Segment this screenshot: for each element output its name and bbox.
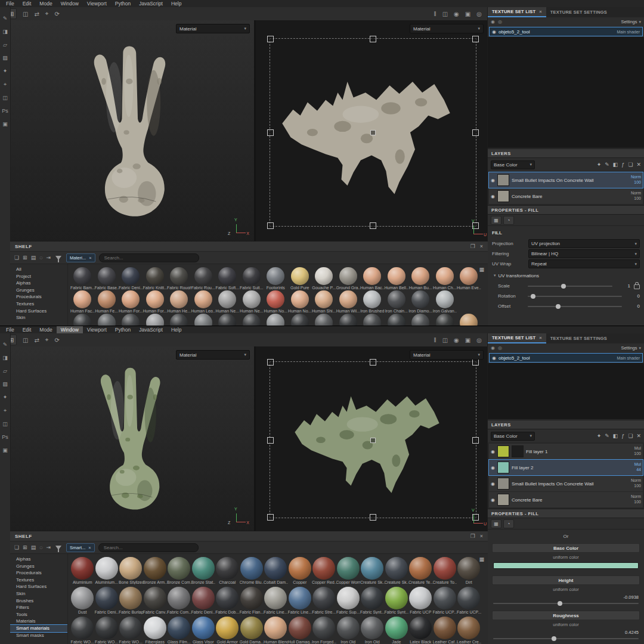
delete-layer-icon[interactable]: ✕ xyxy=(636,162,641,168)
material-item[interactable]: Glass Visor xyxy=(191,615,216,644)
material-sphere[interactable] xyxy=(122,290,140,308)
undock-icon[interactable]: ❐ xyxy=(470,533,475,539)
material-item[interactable] xyxy=(215,312,240,326)
fill-layer-icon[interactable]: ◧ xyxy=(613,433,618,439)
material-sphere[interactable] xyxy=(170,267,188,285)
focus-icon[interactable]: ⌖ xyxy=(45,10,49,17)
panel-tab[interactable]: TEXTURE SET LIST × xyxy=(488,333,546,343)
material-sphere[interactable] xyxy=(312,587,335,609)
material-sphere[interactable] xyxy=(170,314,188,326)
transform-handle[interactable] xyxy=(267,514,274,521)
material-mode-dropdown[interactable]: Material▾ xyxy=(176,24,250,33)
layer-visibility-icon[interactable]: ◉ xyxy=(491,481,495,487)
paint-brush-tool-icon[interactable]: ✎ xyxy=(3,342,8,348)
shelf-category[interactable]: Smart masks xyxy=(10,632,67,639)
panel-tab[interactable]: TEXTURE SET SETTINGS xyxy=(546,7,611,17)
layer-thumbnail[interactable] xyxy=(497,190,509,202)
channel-filter-dropdown[interactable]: Base Color▾ xyxy=(491,432,535,441)
material-item[interactable]: Fabric Synt... xyxy=(360,586,385,615)
material-item[interactable]: Fabric Knitt... xyxy=(143,266,168,289)
material-item[interactable]: Fabric Deni... xyxy=(95,586,119,615)
material-sphere[interactable] xyxy=(71,557,94,580)
layer-visibility-icon[interactable]: ◉ xyxy=(491,178,495,183)
projection-tool-icon[interactable]: ▱ xyxy=(3,368,7,374)
slider-knob[interactable] xyxy=(556,304,561,309)
material-sphere[interactable] xyxy=(71,587,94,609)
material-sphere[interactable] xyxy=(240,557,263,580)
shelf-category[interactable]: Textures xyxy=(10,577,67,584)
polygon-fill-tool-icon[interactable]: ▨ xyxy=(2,381,8,387)
add-folder-icon[interactable]: ❏ xyxy=(628,433,633,439)
material-sphere[interactable] xyxy=(289,557,311,580)
material-item[interactable]: Fabric Deni... xyxy=(119,266,143,289)
material-item[interactable] xyxy=(191,312,216,326)
material-sphere[interactable] xyxy=(119,587,142,609)
material-sphere[interactable] xyxy=(411,290,429,308)
import-resources-icon[interactable]: ⇥ xyxy=(47,255,51,261)
material-sphere[interactable] xyxy=(337,587,360,609)
material-sphere[interactable] xyxy=(361,557,383,580)
transform-handle[interactable] xyxy=(267,359,274,366)
split-layout-icon[interactable]: ◫ xyxy=(23,11,28,17)
material-sphere[interactable] xyxy=(436,314,454,326)
material-sphere[interactable] xyxy=(363,290,381,308)
material-sphere[interactable] xyxy=(457,617,480,639)
material-sphere[interactable] xyxy=(434,557,456,580)
polygon-fill-tool-icon[interactable]: ▨ xyxy=(2,55,8,61)
material-sphere[interactable] xyxy=(216,587,239,609)
material-sphere[interactable] xyxy=(409,557,432,580)
material-item[interactable]: Fabric Suit... xyxy=(240,266,264,289)
smudge-tool-icon[interactable]: ◫ xyxy=(2,95,8,101)
material-sphere[interactable] xyxy=(168,617,190,639)
material-item[interactable]: Human Bu... xyxy=(408,266,433,289)
material-item[interactable]: Latex Black xyxy=(408,615,433,644)
material-sphere[interactable] xyxy=(291,314,309,326)
material-item[interactable] xyxy=(95,312,119,326)
layer-visibility-icon[interactable]: ◉ xyxy=(491,465,495,470)
layer-visibility-icon[interactable]: ◉ xyxy=(491,194,495,199)
camera-icon[interactable]: ◎ xyxy=(476,11,482,17)
viewport-3d[interactable]: Material▾ YZX xyxy=(11,20,254,242)
particles-tool-icon[interactable]: ✦ xyxy=(3,68,8,74)
channel-header[interactable]: Height xyxy=(492,575,640,585)
pause-engine-icon[interactable]: ‖ xyxy=(434,11,436,17)
material-sphere-icon[interactable]: ◉ xyxy=(454,11,459,17)
material-item[interactable]: Ground Gra... xyxy=(336,266,361,289)
filter-icon[interactable] xyxy=(55,546,61,550)
close-shelf-icon[interactable]: × xyxy=(480,533,483,539)
transform-handle[interactable] xyxy=(267,222,274,229)
visibility-icon[interactable]: ◉ xyxy=(491,19,495,24)
menu-item[interactable]: Python xyxy=(111,0,135,7)
camera-icon[interactable]: ◎ xyxy=(476,337,482,343)
list-view-icon[interactable]: ▤ xyxy=(31,255,36,261)
material-sphere[interactable] xyxy=(289,617,311,639)
material-item[interactable]: Bronze Stat... xyxy=(191,556,216,586)
thumbnail-size-icon[interactable]: ▦ xyxy=(479,267,484,273)
material-item[interactable]: Fabric Rou... xyxy=(191,266,216,289)
dual-view-icon[interactable]: ◫ xyxy=(442,11,448,17)
shelf-category[interactable]: Procedurals xyxy=(10,293,67,301)
shelf-category[interactable]: Project xyxy=(10,273,67,280)
material-mode-icon[interactable]: ▦ xyxy=(491,519,501,528)
paint-brush-tool-icon[interactable]: ✎ xyxy=(3,16,8,21)
clone-tool-icon[interactable]: ⌖ xyxy=(4,81,7,88)
material-sphere[interactable] xyxy=(315,290,333,308)
rotate-env-icon[interactable]: ⟳ xyxy=(54,11,59,17)
layer-blend-opacity[interactable]: Mul100 xyxy=(623,446,641,457)
material-item[interactable]: Fabric Line... xyxy=(264,586,288,615)
layer-mask-thumbnail[interactable] xyxy=(512,445,524,457)
material-item[interactable]: Fabric Sup... xyxy=(336,586,361,615)
color-swatch[interactable] xyxy=(493,562,639,569)
material-sphere[interactable] xyxy=(144,617,166,639)
material-item[interactable]: Human For... xyxy=(119,289,143,312)
slider-knob[interactable] xyxy=(558,601,562,606)
history-icon[interactable]: ◔ xyxy=(503,216,514,225)
material-sphere[interactable] xyxy=(388,267,405,285)
transform-handle[interactable] xyxy=(472,36,479,42)
material-item[interactable]: Bone Stylized xyxy=(119,556,143,586)
material-sphere[interactable] xyxy=(170,290,188,308)
settings-button[interactable]: Settings▾ xyxy=(621,345,641,351)
material-item[interactable]: Iron Chain... xyxy=(385,289,409,312)
material-item[interactable]: Human Fac... xyxy=(70,289,95,312)
shelf-category[interactable]: Tools xyxy=(10,611,67,618)
